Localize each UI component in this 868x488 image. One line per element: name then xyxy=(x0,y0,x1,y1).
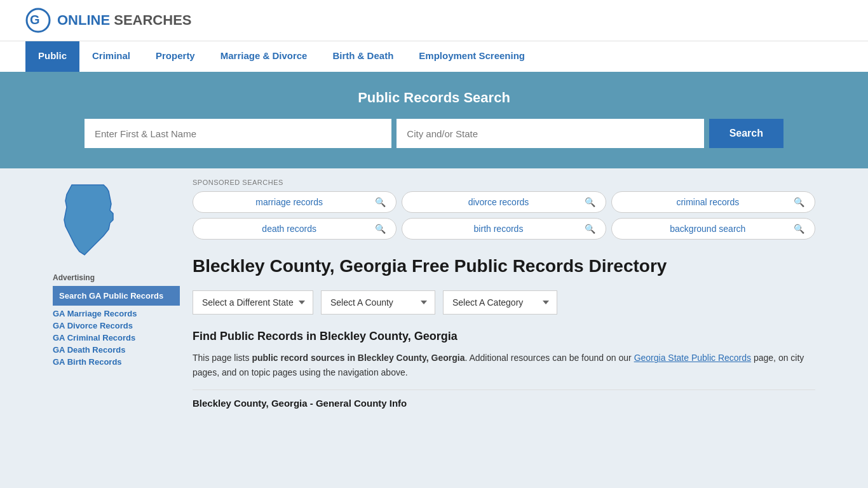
sidebar-link-divorce[interactable]: GA Divorce Records xyxy=(53,321,133,330)
hero-section: Public Records Search Search xyxy=(0,72,868,168)
search-icon-divorce: 🔍 xyxy=(585,197,595,207)
nav-item-marriage-divorce[interactable]: Marriage & Divorce xyxy=(208,41,320,72)
content-area: SPONSORED SEARCHES marriage records 🔍 di… xyxy=(193,179,815,409)
sponsored-text-criminal: criminal records xyxy=(622,197,794,207)
logo-brand2: SEARCHES xyxy=(114,12,191,28)
find-heading: Find Public Records in Bleckley County, … xyxy=(193,330,815,343)
sponsored-item-birth[interactable]: birth records 🔍 xyxy=(402,218,606,240)
find-body-bold: public record sources in Bleckley County… xyxy=(252,353,465,363)
main-wrapper: Advertising Search GA Public Records GA … xyxy=(40,168,828,419)
nav-item-public[interactable]: Public xyxy=(25,41,79,72)
name-search-input[interactable] xyxy=(85,119,391,148)
sponsored-item-death[interactable]: death records 🔍 xyxy=(193,218,397,240)
section-divider xyxy=(193,390,815,390)
sponsored-item-marriage[interactable]: marriage records 🔍 xyxy=(193,191,397,213)
sidebar-ad-label: Advertising xyxy=(53,273,180,282)
sponsored-text-marriage: marriage records xyxy=(203,197,375,207)
sponsored-text-background: background search xyxy=(622,224,794,234)
nav-item-criminal[interactable]: Criminal xyxy=(79,41,143,72)
logo[interactable]: G ONLINE SEARCHES xyxy=(25,8,192,33)
search-button[interactable]: Search xyxy=(709,119,783,148)
search-icon-marriage: 🔍 xyxy=(375,197,386,207)
page-title: Bleckley County, Georgia Free Public Rec… xyxy=(193,255,815,278)
find-body: This page lists public record sources in… xyxy=(193,351,815,379)
sidebar-link-marriage[interactable]: GA Marriage Records xyxy=(53,309,137,318)
sidebar-link-birth[interactable]: GA Birth Records xyxy=(53,357,122,367)
sponsored-text-birth: birth records xyxy=(412,224,584,234)
sponsored-item-divorce[interactable]: divorce records 🔍 xyxy=(402,191,606,213)
search-icon-birth: 🔍 xyxy=(585,224,595,234)
search-icon-death: 🔍 xyxy=(375,224,386,234)
sidebar: Advertising Search GA Public Records GA … xyxy=(53,179,180,409)
sponsored-label: SPONSORED SEARCHES xyxy=(193,179,815,186)
search-row: Search xyxy=(85,119,783,148)
logo-brand: ONLINE xyxy=(57,12,110,28)
sidebar-link-death[interactable]: GA Death Records xyxy=(53,345,125,355)
georgia-map-svg xyxy=(53,179,129,261)
general-info-heading: Bleckley County, Georgia - General Count… xyxy=(193,398,815,409)
state-map xyxy=(53,179,180,263)
nav-item-birth-death[interactable]: Birth & Death xyxy=(320,41,406,72)
search-icon-criminal: 🔍 xyxy=(794,197,804,207)
find-body-link[interactable]: Georgia State Public Records xyxy=(634,353,751,363)
site-header: G ONLINE SEARCHES xyxy=(0,0,868,41)
sidebar-ad-highlight[interactable]: Search GA Public Records xyxy=(53,286,180,306)
state-dropdown[interactable]: Select a Different State xyxy=(193,290,313,315)
county-dropdown[interactable]: Select A County xyxy=(321,290,435,315)
sponsored-text-divorce: divorce records xyxy=(412,197,584,207)
sponsored-text-death: death records xyxy=(203,224,375,234)
sponsored-item-criminal[interactable]: criminal records 🔍 xyxy=(611,191,815,213)
sponsored-grid: marriage records 🔍 divorce records 🔍 cri… xyxy=(193,191,815,240)
city-search-input[interactable] xyxy=(397,119,703,148)
dropdowns-row: Select a Different State Select A County… xyxy=(193,290,815,315)
nav-item-employment[interactable]: Employment Screening xyxy=(406,41,538,72)
search-icon-background: 🔍 xyxy=(794,224,804,234)
hero-title: Public Records Search xyxy=(25,90,843,106)
sidebar-links: GA Marriage Records GA Divorce Records G… xyxy=(53,308,180,367)
logo-text: ONLINE SEARCHES xyxy=(57,12,192,29)
sidebar-link-criminal[interactable]: GA Criminal Records xyxy=(53,333,135,342)
main-nav: Public Criminal Property Marriage & Divo… xyxy=(0,41,868,72)
find-body-text1: This page lists xyxy=(193,353,252,363)
svg-text:G: G xyxy=(30,13,40,27)
sponsored-item-background[interactable]: background search 🔍 xyxy=(611,218,815,240)
logo-icon: G xyxy=(25,8,51,33)
nav-item-property[interactable]: Property xyxy=(143,41,208,72)
find-body-text2: . Additional resources can be found on o… xyxy=(465,353,634,363)
category-dropdown[interactable]: Select A Category xyxy=(443,290,557,315)
